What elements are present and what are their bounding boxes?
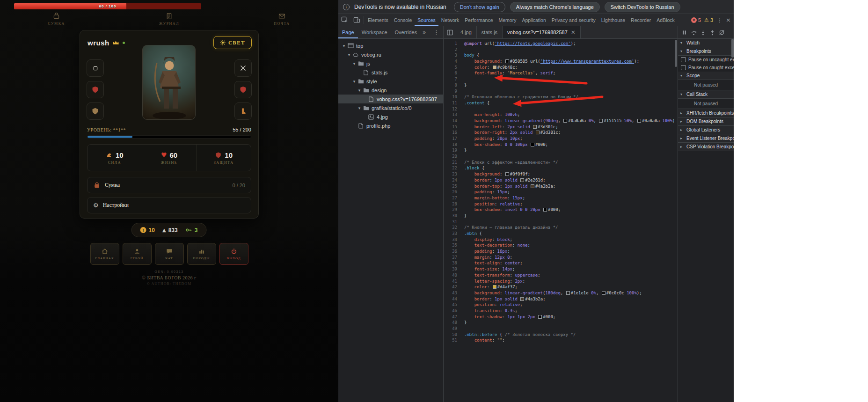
file-tab-vobog-css[interactable]: vobog.css?v=1769882587 × <box>503 26 581 38</box>
settings-row[interactable]: ⚙ Настройки <box>87 197 251 213</box>
tab-elements[interactable]: Elements <box>365 14 391 26</box>
tree-file-4-jpg[interactable]: 4.jpg <box>338 112 443 121</box>
sidebar-scrollbar-thumb[interactable] <box>731 39 734 58</box>
folder-icon <box>357 61 365 66</box>
debugger-sidebar: ▾Watch ▾Breakpoints Pause on uncaught ex… <box>678 26 734 402</box>
coin-icon: ! <box>140 227 146 233</box>
tree-item-domain[interactable]: ▾ vobog.ru <box>338 50 443 59</box>
slot-weapon[interactable] <box>234 59 252 77</box>
section-breakpoints[interactable]: ▾Breakpoints <box>678 47 734 56</box>
tab-lighthouse[interactable]: Lighthouse <box>598 14 628 26</box>
step-out-button[interactable] <box>709 29 715 36</box>
tree-folder-design[interactable]: ▾ design <box>338 86 443 95</box>
tree-folder-grafika[interactable]: ▾ grafika/static/co/0 <box>338 103 443 112</box>
tab-page[interactable]: Page <box>338 26 358 38</box>
section-xhr-breakpoints[interactable]: ▸XHR/fetch Breakpoints <box>678 109 734 117</box>
tab-network[interactable]: Network <box>438 14 462 26</box>
slot-empty[interactable] <box>87 59 104 77</box>
file-tree: ▾ top ▾ vobog.ru ▾ js <box>338 39 443 402</box>
tree-folder-style[interactable]: ▾ style <box>338 77 443 86</box>
nav-home-button[interactable]: ГЛАВНАЯ <box>90 243 119 265</box>
devtools-menu-button[interactable]: ⋮ <box>716 16 722 23</box>
tab-recorder[interactable]: Recorder <box>628 14 654 26</box>
nav-journal[interactable]: ЖУРНАЛ <box>113 12 226 26</box>
editor-scrollbar[interactable] <box>674 39 678 402</box>
section-call-stack[interactable]: ▾Call Stack <box>678 90 734 99</box>
author-credit: © AUTHOR: THEDOM <box>0 282 338 286</box>
file-tab-4-jpg[interactable]: 4.jpg <box>456 26 477 38</box>
tab-performance[interactable]: Performance <box>462 14 496 26</box>
device-toolbar-button[interactable] <box>350 14 363 26</box>
more-tabs-button[interactable]: » <box>421 29 428 36</box>
code-editor[interactable]: 1234567891011121314151617181920212223242… <box>444 39 678 402</box>
health-stat-value: 60 <box>169 151 177 159</box>
tree-file-stats-js[interactable]: stats.js <box>338 68 443 77</box>
level-progress-fill <box>88 136 132 138</box>
slot-boots[interactable] <box>234 102 252 120</box>
close-tab-icon[interactable]: × <box>571 29 576 36</box>
scrollbar-thumb[interactable] <box>675 40 677 67</box>
tab-sources[interactable]: Sources <box>415 14 438 26</box>
file-tab-stats-js[interactable]: stats.js <box>477 26 503 38</box>
tab-console[interactable]: Console <box>391 14 415 26</box>
tab-overrides[interactable]: Overrides <box>391 26 421 38</box>
slot-shield-red[interactable] <box>87 81 104 98</box>
tree-file-profile-php[interactable]: profile.php <box>338 121 443 130</box>
nav-chat-button[interactable]: ЧАТ <box>155 243 184 265</box>
slot-shield-tan[interactable] <box>87 102 104 120</box>
nav-campaigns-button[interactable]: ПОХОДЫ <box>187 243 216 265</box>
game-top-nav: СУМКА ЖУРНАЛ ПОЧТА <box>0 12 338 26</box>
nav-hero-button[interactable]: ГЕРОЙ <box>123 243 152 265</box>
section-scope[interactable]: ▾Scope <box>678 72 734 80</box>
deactivate-breakpoints-button[interactable] <box>719 29 725 36</box>
health-bar: 60 / 100 <box>14 3 201 9</box>
editor-code[interactable]: @import url('https://fonts.googleapis.co… <box>460 39 674 402</box>
pause-script-button[interactable] <box>681 29 687 36</box>
tab-privacy[interactable]: Privacy and security <box>549 14 598 26</box>
checkbox-icon[interactable] <box>681 57 686 62</box>
rating-value: 833 <box>168 227 178 234</box>
tree-item-top[interactable]: ▾ top <box>338 41 443 50</box>
match-language-button[interactable]: Always match Chrome's language <box>510 2 600 12</box>
dont-show-again-button[interactable]: Don't show again <box>454 2 505 12</box>
nav-bag[interactable]: СУМКА <box>0 12 113 26</box>
tree-file-vobog-css[interactable]: vobog.css?v=1769882587 <box>338 95 443 103</box>
username: wrush <box>88 39 109 47</box>
info-resource[interactable]: ! 10 <box>140 227 155 234</box>
tan-shield-icon <box>91 107 99 115</box>
bag-row[interactable]: Сумка 0 / 20 <box>87 177 251 193</box>
inspect-element-button[interactable] <box>338 14 350 26</box>
nav-mail[interactable]: ПОЧТА <box>226 12 338 26</box>
tab-application[interactable]: Application <box>519 14 548 26</box>
section-csp-breakpoints[interactable]: ▸CSP Violation Breakpoints <box>678 143 734 151</box>
section-global-listeners[interactable]: ▸Global Listeners <box>678 126 734 134</box>
section-dom-breakpoints[interactable]: ▸DOM Breakpoints <box>678 117 734 126</box>
level-progress-value: 55 / 200 <box>233 127 251 132</box>
warning-count-badge[interactable]: ⚠3 <box>704 17 713 23</box>
tab-memory[interactable]: Memory <box>496 14 519 26</box>
checkbox-icon[interactable] <box>681 65 686 70</box>
nav-exit-button[interactable]: ВЫХОД <box>219 243 248 265</box>
navigator-menu-button[interactable]: ⋮ <box>430 29 443 36</box>
tab-workspace[interactable]: Workspace <box>358 26 391 38</box>
error-icon: × <box>691 17 697 23</box>
slot-armor[interactable] <box>234 81 252 98</box>
error-count-badge[interactable]: ×5 <box>691 17 701 23</box>
keys-resource[interactable]: 3 <box>185 227 198 234</box>
navigator-toggle-icon[interactable] <box>444 26 456 38</box>
pause-caught-checkbox[interactable]: Pause on caught exceptions <box>678 64 734 72</box>
devtools-close-button[interactable]: × <box>726 16 731 23</box>
section-event-listener-breakpoints[interactable]: ▸Event Listener Breakpoints <box>678 134 734 143</box>
tab-adblock[interactable]: AdBlock <box>654 14 678 26</box>
step-over-button[interactable] <box>691 29 697 36</box>
editor-gutter[interactable]: 1234567891011121314151617181920212223242… <box>444 39 460 402</box>
theme-toggle-button[interactable]: СВЕТ <box>213 36 252 49</box>
tree-folder-js[interactable]: ▾ js <box>338 59 443 68</box>
red-shield-icon <box>239 86 247 94</box>
chevron-down-icon: ▾ <box>680 73 685 78</box>
step-into-button[interactable] <box>700 29 706 36</box>
rating-resource[interactable]: ▲ 833 <box>162 227 178 234</box>
pause-uncaught-checkbox[interactable]: Pause on uncaught exceptions <box>678 56 734 64</box>
section-watch[interactable]: ▾Watch <box>678 39 734 47</box>
switch-russian-button[interactable]: Switch DevTools to Russian <box>605 2 680 12</box>
